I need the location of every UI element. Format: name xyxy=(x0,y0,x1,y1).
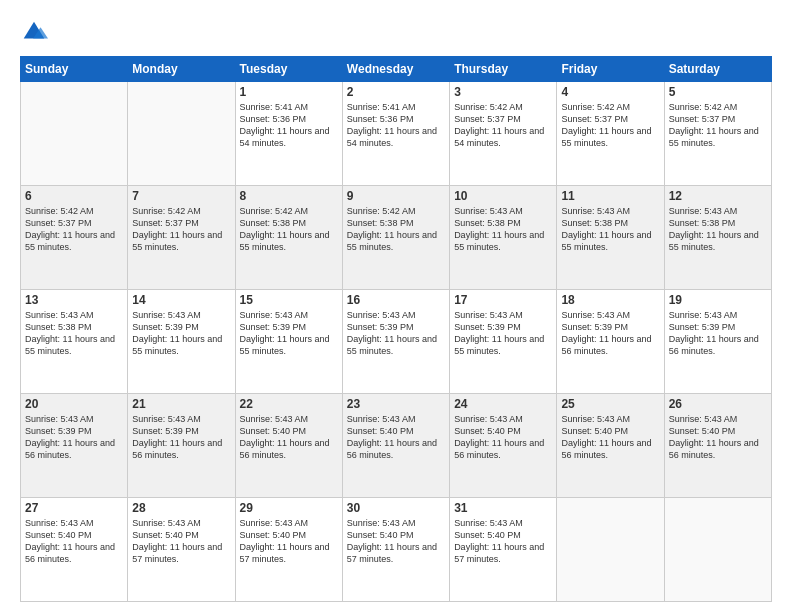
day-number: 7 xyxy=(132,189,230,203)
day-number: 19 xyxy=(669,293,767,307)
calendar-cell xyxy=(664,498,771,602)
cell-details: Sunrise: 5:43 AMSunset: 5:40 PMDaylight:… xyxy=(347,414,437,460)
cell-details: Sunrise: 5:43 AMSunset: 5:39 PMDaylight:… xyxy=(669,310,759,356)
cell-details: Sunrise: 5:43 AMSunset: 5:40 PMDaylight:… xyxy=(240,518,330,564)
day-number: 22 xyxy=(240,397,338,411)
calendar-cell: 25 Sunrise: 5:43 AMSunset: 5:40 PMDaylig… xyxy=(557,394,664,498)
day-number: 11 xyxy=(561,189,659,203)
cell-details: Sunrise: 5:43 AMSunset: 5:40 PMDaylight:… xyxy=(25,518,115,564)
cell-details: Sunrise: 5:42 AMSunset: 5:38 PMDaylight:… xyxy=(347,206,437,252)
cell-details: Sunrise: 5:43 AMSunset: 5:40 PMDaylight:… xyxy=(454,518,544,564)
calendar-cell: 6 Sunrise: 5:42 AMSunset: 5:37 PMDayligh… xyxy=(21,186,128,290)
calendar-cell: 23 Sunrise: 5:43 AMSunset: 5:40 PMDaylig… xyxy=(342,394,449,498)
calendar-cell xyxy=(21,82,128,186)
calendar-header-row: SundayMondayTuesdayWednesdayThursdayFrid… xyxy=(21,57,772,82)
cell-details: Sunrise: 5:43 AMSunset: 5:39 PMDaylight:… xyxy=(561,310,651,356)
cell-details: Sunrise: 5:43 AMSunset: 5:39 PMDaylight:… xyxy=(132,414,222,460)
calendar-cell xyxy=(128,82,235,186)
calendar-cell: 31 Sunrise: 5:43 AMSunset: 5:40 PMDaylig… xyxy=(450,498,557,602)
day-number: 17 xyxy=(454,293,552,307)
day-number: 6 xyxy=(25,189,123,203)
calendar-cell: 28 Sunrise: 5:43 AMSunset: 5:40 PMDaylig… xyxy=(128,498,235,602)
calendar-cell: 27 Sunrise: 5:43 AMSunset: 5:40 PMDaylig… xyxy=(21,498,128,602)
weekday-header: Monday xyxy=(128,57,235,82)
day-number: 16 xyxy=(347,293,445,307)
cell-details: Sunrise: 5:42 AMSunset: 5:38 PMDaylight:… xyxy=(240,206,330,252)
day-number: 30 xyxy=(347,501,445,515)
weekday-header: Thursday xyxy=(450,57,557,82)
calendar-cell: 1 Sunrise: 5:41 AMSunset: 5:36 PMDayligh… xyxy=(235,82,342,186)
day-number: 15 xyxy=(240,293,338,307)
calendar-cell: 26 Sunrise: 5:43 AMSunset: 5:40 PMDaylig… xyxy=(664,394,771,498)
cell-details: Sunrise: 5:43 AMSunset: 5:38 PMDaylight:… xyxy=(454,206,544,252)
calendar-cell: 5 Sunrise: 5:42 AMSunset: 5:37 PMDayligh… xyxy=(664,82,771,186)
calendar-cell: 12 Sunrise: 5:43 AMSunset: 5:38 PMDaylig… xyxy=(664,186,771,290)
logo-icon xyxy=(20,18,48,46)
day-number: 31 xyxy=(454,501,552,515)
cell-details: Sunrise: 5:43 AMSunset: 5:39 PMDaylight:… xyxy=(132,310,222,356)
day-number: 14 xyxy=(132,293,230,307)
day-number: 10 xyxy=(454,189,552,203)
cell-details: Sunrise: 5:43 AMSunset: 5:39 PMDaylight:… xyxy=(454,310,544,356)
weekday-header: Wednesday xyxy=(342,57,449,82)
day-number: 12 xyxy=(669,189,767,203)
day-number: 2 xyxy=(347,85,445,99)
cell-details: Sunrise: 5:43 AMSunset: 5:40 PMDaylight:… xyxy=(347,518,437,564)
cell-details: Sunrise: 5:43 AMSunset: 5:39 PMDaylight:… xyxy=(25,414,115,460)
calendar-cell: 21 Sunrise: 5:43 AMSunset: 5:39 PMDaylig… xyxy=(128,394,235,498)
calendar-week-row: 1 Sunrise: 5:41 AMSunset: 5:36 PMDayligh… xyxy=(21,82,772,186)
calendar-week-row: 27 Sunrise: 5:43 AMSunset: 5:40 PMDaylig… xyxy=(21,498,772,602)
cell-details: Sunrise: 5:43 AMSunset: 5:40 PMDaylight:… xyxy=(132,518,222,564)
calendar-cell: 2 Sunrise: 5:41 AMSunset: 5:36 PMDayligh… xyxy=(342,82,449,186)
calendar-cell: 17 Sunrise: 5:43 AMSunset: 5:39 PMDaylig… xyxy=(450,290,557,394)
weekday-header: Tuesday xyxy=(235,57,342,82)
day-number: 3 xyxy=(454,85,552,99)
cell-details: Sunrise: 5:43 AMSunset: 5:38 PMDaylight:… xyxy=(561,206,651,252)
cell-details: Sunrise: 5:43 AMSunset: 5:40 PMDaylight:… xyxy=(454,414,544,460)
calendar-cell: 13 Sunrise: 5:43 AMSunset: 5:38 PMDaylig… xyxy=(21,290,128,394)
day-number: 21 xyxy=(132,397,230,411)
calendar-cell: 22 Sunrise: 5:43 AMSunset: 5:40 PMDaylig… xyxy=(235,394,342,498)
calendar-cell: 16 Sunrise: 5:43 AMSunset: 5:39 PMDaylig… xyxy=(342,290,449,394)
cell-details: Sunrise: 5:41 AMSunset: 5:36 PMDaylight:… xyxy=(240,102,330,148)
calendar-cell: 29 Sunrise: 5:43 AMSunset: 5:40 PMDaylig… xyxy=(235,498,342,602)
cell-details: Sunrise: 5:43 AMSunset: 5:40 PMDaylight:… xyxy=(561,414,651,460)
calendar-cell: 24 Sunrise: 5:43 AMSunset: 5:40 PMDaylig… xyxy=(450,394,557,498)
cell-details: Sunrise: 5:43 AMSunset: 5:39 PMDaylight:… xyxy=(347,310,437,356)
cell-details: Sunrise: 5:42 AMSunset: 5:37 PMDaylight:… xyxy=(132,206,222,252)
calendar-cell: 9 Sunrise: 5:42 AMSunset: 5:38 PMDayligh… xyxy=(342,186,449,290)
calendar-cell: 7 Sunrise: 5:42 AMSunset: 5:37 PMDayligh… xyxy=(128,186,235,290)
day-number: 29 xyxy=(240,501,338,515)
cell-details: Sunrise: 5:42 AMSunset: 5:37 PMDaylight:… xyxy=(561,102,651,148)
day-number: 28 xyxy=(132,501,230,515)
header xyxy=(20,18,772,46)
calendar-cell: 15 Sunrise: 5:43 AMSunset: 5:39 PMDaylig… xyxy=(235,290,342,394)
cell-details: Sunrise: 5:43 AMSunset: 5:38 PMDaylight:… xyxy=(669,206,759,252)
day-number: 25 xyxy=(561,397,659,411)
day-number: 20 xyxy=(25,397,123,411)
calendar-week-row: 6 Sunrise: 5:42 AMSunset: 5:37 PMDayligh… xyxy=(21,186,772,290)
calendar-week-row: 20 Sunrise: 5:43 AMSunset: 5:39 PMDaylig… xyxy=(21,394,772,498)
day-number: 18 xyxy=(561,293,659,307)
cell-details: Sunrise: 5:42 AMSunset: 5:37 PMDaylight:… xyxy=(25,206,115,252)
cell-details: Sunrise: 5:43 AMSunset: 5:40 PMDaylight:… xyxy=(240,414,330,460)
day-number: 9 xyxy=(347,189,445,203)
day-number: 27 xyxy=(25,501,123,515)
cell-details: Sunrise: 5:43 AMSunset: 5:40 PMDaylight:… xyxy=(669,414,759,460)
weekday-header: Sunday xyxy=(21,57,128,82)
calendar-cell: 30 Sunrise: 5:43 AMSunset: 5:40 PMDaylig… xyxy=(342,498,449,602)
calendar-table: SundayMondayTuesdayWednesdayThursdayFrid… xyxy=(20,56,772,602)
day-number: 8 xyxy=(240,189,338,203)
cell-details: Sunrise: 5:42 AMSunset: 5:37 PMDaylight:… xyxy=(454,102,544,148)
logo xyxy=(20,18,52,46)
cell-details: Sunrise: 5:42 AMSunset: 5:37 PMDaylight:… xyxy=(669,102,759,148)
calendar-week-row: 13 Sunrise: 5:43 AMSunset: 5:38 PMDaylig… xyxy=(21,290,772,394)
day-number: 5 xyxy=(669,85,767,99)
calendar-cell xyxy=(557,498,664,602)
calendar-cell: 10 Sunrise: 5:43 AMSunset: 5:38 PMDaylig… xyxy=(450,186,557,290)
cell-details: Sunrise: 5:43 AMSunset: 5:39 PMDaylight:… xyxy=(240,310,330,356)
calendar-cell: 19 Sunrise: 5:43 AMSunset: 5:39 PMDaylig… xyxy=(664,290,771,394)
day-number: 26 xyxy=(669,397,767,411)
calendar-cell: 20 Sunrise: 5:43 AMSunset: 5:39 PMDaylig… xyxy=(21,394,128,498)
day-number: 24 xyxy=(454,397,552,411)
